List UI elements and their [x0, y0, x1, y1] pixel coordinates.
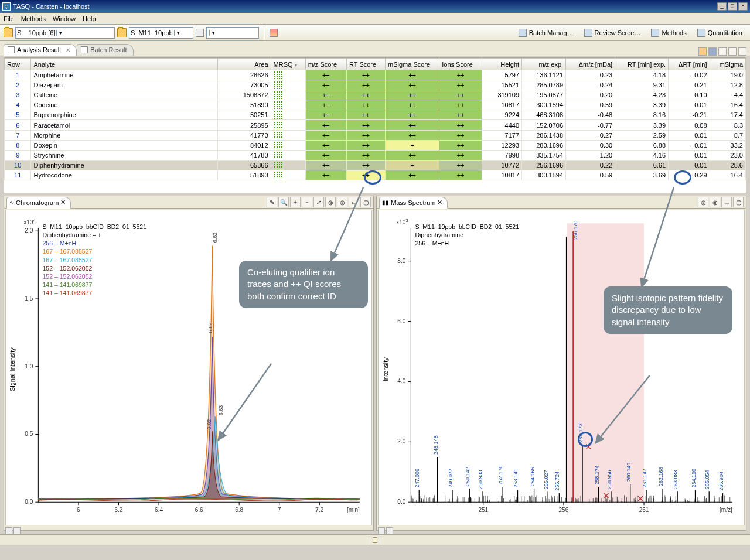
svg-text:6.0: 6.0	[397, 318, 405, 325]
app-icon: Q	[2, 2, 11, 11]
mass-spectrum-plot[interactable]: 0.02.04.06.08.0 251256261 Intensity x103…	[378, 210, 745, 525]
column-header-mrsq[interactable]: MRSQ ▾	[271, 59, 305, 70]
min-view-icon[interactable]	[728, 47, 737, 56]
quantitation-button[interactable]: Quantitation	[693, 27, 746, 39]
table-row[interactable]: 4Codeine51890++++++++10817300.15940.593.…	[5, 100, 746, 110]
folder-icon[interactable]	[117, 28, 127, 37]
table-row[interactable]: 2Diazepam73005++++++++15521285.0789-0.24…	[5, 80, 746, 90]
column-header-analyte[interactable]: Analyte	[31, 59, 217, 70]
svg-text:247.006: 247.006	[414, 469, 420, 488]
max-view-icon[interactable]	[738, 47, 746, 56]
target-left-icon[interactable]: ◎	[698, 197, 708, 207]
chromatogram-plot[interactable]: 0.00.51.01.52.0 66.26.46.66.877.2 Signal…	[5, 210, 372, 525]
combo-sample[interactable]: S__10ppb [6] ▾	[15, 27, 115, 39]
svg-text:[m/z]: [m/z]	[720, 507, 732, 513]
svg-text:258.174: 258.174	[594, 466, 600, 485]
column-header-msigma[interactable]: mSigma	[710, 59, 745, 70]
chromatogram-panel: ∿ Chromatogram ✕ ✎ 🔍 ＋ － ⤢ ◎ ◎ ▭ ▢	[4, 196, 374, 531]
link-icon[interactable]	[196, 29, 204, 37]
column-header-rtexp[interactable]: RT [min] exp.	[615, 59, 669, 70]
column-header-mzscore[interactable]: m/z Score	[305, 59, 346, 70]
gear-icon[interactable]	[708, 47, 717, 56]
pan-x-icon[interactable]	[378, 527, 385, 534]
methods-button[interactable]: Methods	[647, 27, 690, 39]
tab-batch-result[interactable]: Batch Result	[77, 44, 133, 56]
svg-text:141 – 141.069877: 141 – 141.069877	[42, 289, 92, 296]
svg-text:250.933: 250.933	[478, 470, 483, 489]
max-panel-icon[interactable]: ▢	[733, 197, 744, 207]
table-row[interactable]: 3Caffeine1508372++++++++319109195.08770.…	[5, 90, 746, 100]
refresh-icon[interactable]	[698, 47, 707, 56]
svg-text:167 – 167.085527: 167 – 167.085527	[42, 248, 92, 255]
column-header-area[interactable]: Area	[217, 59, 271, 70]
zoom-fit-icon[interactable]: ⤢	[313, 197, 324, 207]
column-header-dmz[interactable]: Δm/z [mDa]	[566, 59, 615, 70]
svg-text:S_M11_10ppb_bbCID_BD2_01_5521: S_M11_10ppb_bbCID_BD2_01_5521	[42, 223, 146, 230]
svg-text:6.62: 6.62	[207, 323, 213, 333]
main-toolbar: S__10ppb [6] ▾ S_M11_10ppb ▾ ▾ Batch Man…	[0, 25, 750, 41]
table-row[interactable]: 1Amphetamine28626++++++++5797136.1121-0.…	[5, 70, 746, 80]
svg-text:6.8: 6.8	[235, 507, 243, 513]
review-screen-button[interactable]: Review Scree…	[580, 27, 645, 39]
target-right-icon[interactable]: ◎	[337, 197, 347, 207]
batch-icon	[519, 29, 527, 37]
sheet-icon	[8, 46, 15, 53]
zoom-out-icon[interactable]: －	[302, 197, 312, 207]
close-icon[interactable]: ✕	[60, 199, 66, 206]
target-right-icon[interactable]: ◎	[710, 197, 720, 207]
tab-chromatogram[interactable]: ∿ Chromatogram ✕	[6, 197, 71, 209]
svg-text:262.168: 262.168	[658, 467, 664, 486]
min-button[interactable]: _	[717, 2, 727, 11]
column-header-height[interactable]: Height	[482, 59, 521, 70]
close-icon[interactable]: ✕	[66, 47, 70, 53]
min-panel-icon[interactable]: ▭	[349, 197, 359, 207]
combo-run[interactable]: S_M11_10ppb ▾	[129, 27, 193, 39]
column-header-ionsscore[interactable]: Ions Score	[439, 59, 482, 70]
table-row[interactable]: 5Buprenorphine50251++++++++9224468.3108-…	[5, 110, 746, 120]
folder-icon[interactable]	[4, 28, 13, 37]
table-row[interactable]: 8Doxepin84012+++++++12293280.16960.306.8…	[5, 140, 746, 150]
svg-text:261: 261	[639, 507, 649, 513]
column-header-row[interactable]: Row	[5, 59, 31, 70]
column-header-rtscore[interactable]: RT Score	[347, 59, 386, 70]
quant-icon	[697, 29, 705, 37]
process-icon[interactable]	[270, 29, 278, 37]
table-row[interactable]: 9Strychnine41780++++++++7998335.1754-1.2…	[5, 150, 746, 160]
tab-mass-spectrum[interactable]: ▮▮ Mass Spectrum ✕	[379, 197, 448, 209]
column-header-mzexp[interactable]: m/z exp.	[522, 59, 566, 70]
svg-text:152 – 152.062052: 152 – 152.062052	[42, 265, 92, 272]
columns-icon[interactable]	[718, 47, 727, 56]
svg-text:0.5: 0.5	[25, 431, 33, 437]
menu-file[interactable]: File	[4, 15, 14, 22]
pan-y-icon[interactable]	[13, 527, 21, 534]
table-row[interactable]: 10Diphenhydramine65366+++++++10772256.16…	[5, 160, 746, 170]
table-row[interactable]: 7Morphine41770++++++++7177286.1438-0.272…	[5, 130, 746, 140]
column-header-msigmascore[interactable]: mSigma Score	[386, 59, 439, 70]
result-tabs: Analysis Result ✕ Batch Result	[0, 41, 750, 56]
table-row[interactable]: 6Paracetamol25895++++++++4440152.0706-0.…	[5, 120, 746, 130]
close-button[interactable]: ×	[738, 2, 748, 11]
column-header-drt[interactable]: ΔRT [min]	[669, 59, 710, 70]
svg-text:263.083: 263.083	[673, 470, 679, 489]
status-widget[interactable]	[373, 537, 377, 543]
max-button[interactable]: □	[728, 2, 737, 11]
svg-text:6: 6	[77, 507, 80, 513]
menu-help[interactable]: Help	[83, 15, 96, 22]
pan-x-icon[interactable]	[5, 527, 12, 534]
svg-text:254.165: 254.165	[530, 467, 536, 486]
combo-extra[interactable]: ▾	[206, 27, 259, 39]
max-panel-icon[interactable]: ▢	[360, 197, 371, 207]
svg-text:251: 251	[478, 507, 488, 513]
zoom-icon[interactable]: 🔍	[278, 197, 289, 207]
tab-analysis-result[interactable]: Analysis Result ✕	[4, 44, 77, 56]
menu-window[interactable]: Window	[53, 15, 76, 22]
batch-manage-button[interactable]: Batch Manag…	[514, 27, 578, 39]
zoom-in-icon[interactable]: ＋	[290, 197, 301, 207]
pan-y-icon[interactable]	[386, 527, 393, 534]
annotation-circle-drt	[674, 170, 691, 185]
min-panel-icon[interactable]: ▭	[721, 197, 732, 207]
close-icon[interactable]: ✕	[437, 199, 442, 206]
menu-methods[interactable]: Methods	[21, 15, 46, 22]
tool-wand-icon[interactable]: ✎	[267, 197, 277, 207]
target-left-icon[interactable]: ◎	[325, 197, 336, 207]
